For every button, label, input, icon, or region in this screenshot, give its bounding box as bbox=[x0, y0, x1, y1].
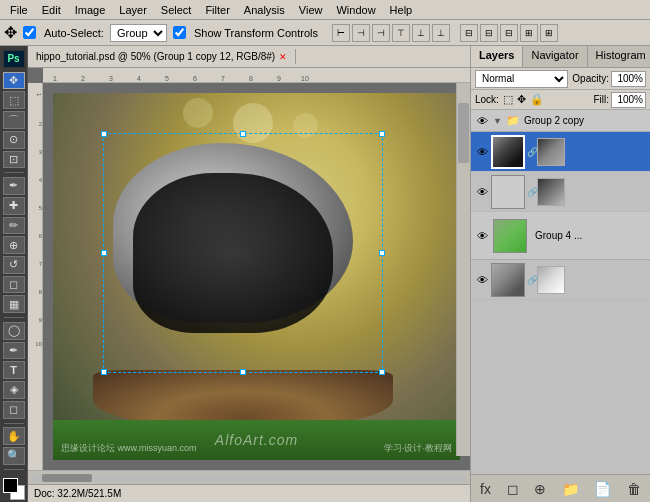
group2-expand-arrow[interactable]: ▼ bbox=[493, 116, 502, 126]
align-top-btn[interactable]: ⊤ bbox=[392, 24, 410, 42]
brush-tool-btn[interactable]: ✏ bbox=[3, 217, 25, 235]
layers-options: Normal Multiply Screen Opacity: bbox=[471, 68, 650, 90]
align-bottom-btn[interactable]: ⊥ bbox=[432, 24, 450, 42]
marquee-tool-btn[interactable]: ⬚ bbox=[3, 91, 25, 109]
history-tool-btn[interactable]: ↺ bbox=[3, 256, 25, 274]
opacity-input[interactable] bbox=[611, 71, 646, 87]
hscroll-track[interactable] bbox=[32, 474, 466, 482]
layer-chain-icon: 🔗 bbox=[527, 147, 535, 157]
align-left-btn[interactable]: ⊢ bbox=[332, 24, 350, 42]
tab-layers[interactable]: Layers bbox=[471, 46, 523, 67]
ruler-ltick: 3 bbox=[39, 149, 42, 155]
layers-lock-row: Lock: ⬚ ✥ 🔒 Fill: bbox=[471, 90, 650, 110]
layer-row-bottom[interactable]: 👁 🔗 bbox=[471, 260, 650, 300]
autoselect-type-select[interactable]: Group Layer bbox=[110, 24, 167, 42]
tool-divider-2 bbox=[4, 317, 24, 318]
align-right-btn[interactable]: ⊣ bbox=[372, 24, 390, 42]
tab-navigator[interactable]: Navigator bbox=[523, 46, 587, 67]
tool-divider-1 bbox=[4, 172, 24, 173]
align-vcenter-btn[interactable]: ⊥ bbox=[412, 24, 430, 42]
group2-name: Group 2 copy bbox=[524, 115, 646, 126]
add-adjustment-button[interactable]: ⊕ bbox=[531, 481, 549, 497]
autoselect-checkbox[interactable] bbox=[23, 26, 36, 39]
foreground-color-swatch[interactable] bbox=[3, 478, 18, 493]
distribute-top-btn[interactable]: ⊞ bbox=[520, 24, 538, 42]
lock-position-icon[interactable]: ✥ bbox=[517, 93, 526, 106]
layer-thumb-bottom bbox=[491, 263, 525, 297]
add-group-button[interactable]: 📁 bbox=[559, 481, 582, 497]
layer-group-copy-visibility[interactable]: 👁 bbox=[475, 146, 489, 158]
move-tool-btn[interactable]: ✥ bbox=[3, 72, 25, 90]
tab-histogram[interactable]: Histogram bbox=[588, 46, 650, 67]
pen-tool-btn[interactable]: ✒ bbox=[3, 342, 25, 360]
canvas-image[interactable]: AlfoArt.com 思缘设计论坛 www.missyuan.com 学习·设… bbox=[43, 83, 470, 470]
layer-row-child2[interactable]: 👁 🔗 bbox=[471, 172, 650, 212]
fill-control: Fill: bbox=[593, 92, 646, 108]
lock-all-icon[interactable]: 🔒 bbox=[530, 93, 544, 106]
align-hcenter-btn[interactable]: ⊣ bbox=[352, 24, 370, 42]
group4-visibility-eye[interactable]: 👁 bbox=[475, 230, 489, 242]
menu-edit[interactable]: Edit bbox=[36, 3, 67, 17]
distribute-right-btn[interactable]: ⊟ bbox=[500, 24, 518, 42]
eraser-tool-btn[interactable]: ◻ bbox=[3, 276, 25, 294]
toolbar: Ps ✥ ⬚ ⌒ ⊙ ⊡ ✒ ✚ ✏ ⊕ ↺ ◻ ▦ ◯ ✒ T ◈ ◻ ✋ 🔍 bbox=[0, 46, 28, 502]
quick-select-tool-btn[interactable]: ⊙ bbox=[3, 131, 25, 149]
menu-analysis[interactable]: Analysis bbox=[238, 3, 291, 17]
text-tool-btn[interactable]: T bbox=[3, 361, 25, 379]
fill-label: Fill: bbox=[593, 94, 609, 105]
group-4-header[interactable]: 👁 Group 4 ... bbox=[471, 212, 650, 260]
hscroll-thumb[interactable] bbox=[42, 474, 92, 482]
color-swatches[interactable] bbox=[3, 478, 25, 498]
distribute-middle-btn[interactable]: ⊞ bbox=[540, 24, 558, 42]
distribute-center-btn[interactable]: ⊟ bbox=[480, 24, 498, 42]
delete-layer-button[interactable]: 🗑 bbox=[624, 481, 644, 497]
eyedropper-tool-btn[interactable]: ✒ bbox=[3, 177, 25, 195]
move-tool-icon[interactable]: ✥ bbox=[4, 23, 17, 42]
hand-tool-btn[interactable]: ✋ bbox=[3, 427, 25, 445]
layer-row-group-copy[interactable]: 👁 🔗 bbox=[471, 132, 650, 172]
tool-divider-4 bbox=[4, 469, 24, 470]
panel-tabs: Layers Navigator Histogram bbox=[471, 46, 650, 68]
menu-file[interactable]: File bbox=[4, 3, 34, 17]
dodge-tool-btn[interactable]: ◯ bbox=[3, 322, 25, 340]
menu-view[interactable]: View bbox=[293, 3, 329, 17]
canvas-frame[interactable]: 1 2 3 4 5 6 7 8 9 10 1 2 3 4 bbox=[28, 68, 470, 470]
menu-image[interactable]: Image bbox=[69, 3, 112, 17]
fx-button[interactable]: fx bbox=[477, 481, 494, 497]
add-mask-button[interactable]: ◻ bbox=[504, 481, 522, 497]
path-select-tool-btn[interactable]: ◈ bbox=[3, 381, 25, 399]
ruler-tick: 7 bbox=[221, 75, 225, 82]
blend-mode-select[interactable]: Normal Multiply Screen bbox=[475, 70, 568, 88]
layer-child2-visibility[interactable]: 👁 bbox=[475, 186, 489, 198]
show-transform-checkbox[interactable] bbox=[173, 26, 186, 39]
canvas-vscroll[interactable] bbox=[456, 83, 470, 456]
shape-tool-btn[interactable]: ◻ bbox=[3, 401, 25, 419]
menu-filter[interactable]: Filter bbox=[199, 3, 235, 17]
new-layer-button[interactable]: 📄 bbox=[591, 481, 614, 497]
gradient-tool-btn[interactable]: ▦ bbox=[3, 295, 25, 313]
distribute-left-btn[interactable]: ⊟ bbox=[460, 24, 478, 42]
fill-input[interactable] bbox=[611, 92, 646, 108]
distribute-controls: ⊟ ⊟ ⊟ ⊞ ⊞ bbox=[460, 24, 558, 42]
stamp-tool-btn[interactable]: ⊕ bbox=[3, 236, 25, 254]
layers-list: 👁 ▼ 📁 Group 2 copy 👁 🔗 👁 bbox=[471, 110, 650, 474]
group2-visibility-eye[interactable]: 👁 bbox=[475, 115, 489, 127]
canvas-tab-close[interactable]: ✕ bbox=[279, 52, 287, 62]
group-2-copy-header[interactable]: 👁 ▼ 📁 Group 2 copy bbox=[471, 110, 650, 132]
vscroll-thumb[interactable] bbox=[458, 103, 469, 163]
layer-bottom-visibility[interactable]: 👁 bbox=[475, 274, 489, 286]
menu-layer[interactable]: Layer bbox=[113, 3, 153, 17]
menu-help[interactable]: Help bbox=[384, 3, 419, 17]
ruler-top: 1 2 3 4 5 6 7 8 9 10 bbox=[43, 68, 470, 83]
ps-logo: Ps bbox=[3, 50, 25, 68]
canvas-tab-hippo[interactable]: hippo_tutorial.psd @ 50% (Group 1 copy 1… bbox=[28, 49, 296, 64]
ruler-tick: 6 bbox=[193, 75, 197, 82]
heal-tool-btn[interactable]: ✚ bbox=[3, 197, 25, 215]
menu-select[interactable]: Select bbox=[155, 3, 198, 17]
menu-window[interactable]: Window bbox=[330, 3, 381, 17]
zoom-tool-btn[interactable]: 🔍 bbox=[3, 447, 25, 465]
align-controls: ⊢ ⊣ ⊣ ⊤ ⊥ ⊥ bbox=[332, 24, 450, 42]
crop-tool-btn[interactable]: ⊡ bbox=[3, 151, 25, 169]
lock-pixels-icon[interactable]: ⬚ bbox=[503, 93, 513, 106]
lasso-tool-btn[interactable]: ⌒ bbox=[3, 111, 25, 129]
